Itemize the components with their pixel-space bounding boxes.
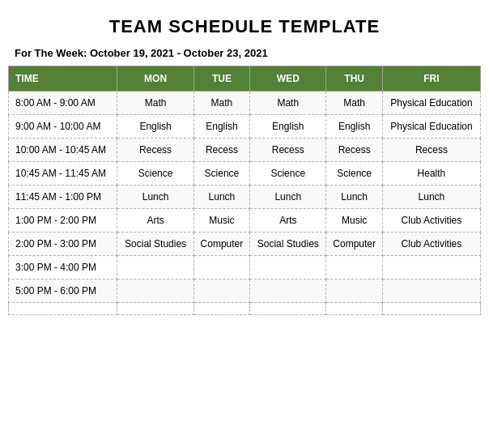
cell-wed-6: Social Studies <box>250 233 326 256</box>
table-row: 10:00 AM - 10:45 AMRecessRecessRecessRec… <box>9 139 481 162</box>
cell-wed-8 <box>250 279 326 303</box>
cell-thu-8 <box>326 279 383 303</box>
cell-thu-6: Computer <box>326 233 383 256</box>
cell-wed-3: Science <box>250 162 326 186</box>
table-row: 5:00 PM - 6:00 PM <box>9 279 481 303</box>
cell-time-5: 1:00 PM - 2:00 PM <box>9 209 117 233</box>
schedule-table: TIME MON TUE WED THU FRI 8:00 AM - 9:00 … <box>8 66 481 315</box>
cell-thu-1: English <box>326 115 383 139</box>
header-wed: WED <box>250 66 326 92</box>
cell-wed-2: Recess <box>250 139 326 162</box>
header-fri: FRI <box>382 66 480 92</box>
cell-tue-3: Science <box>193 162 250 186</box>
cell-time-4: 11:45 AM - 1:00 PM <box>9 186 117 209</box>
table-row <box>9 303 481 315</box>
cell-thu-7 <box>326 256 383 279</box>
cell-wed-0: Math <box>250 92 326 115</box>
cell-mon-1: English <box>117 115 193 139</box>
cell-tue-8 <box>193 279 250 303</box>
cell-fri-2: Recess <box>382 139 480 162</box>
cell-fri-9 <box>382 303 480 315</box>
header-mon: MON <box>117 66 193 92</box>
cell-tue-6: Computer <box>193 233 250 256</box>
cell-mon-7 <box>117 256 193 279</box>
header-tue: TUE <box>193 66 250 92</box>
table-row: 11:45 AM - 1:00 PMLunchLunchLunchLunchLu… <box>9 186 481 209</box>
cell-fri-0: Physical Education <box>382 92 480 115</box>
cell-fri-3: Health <box>382 162 480 186</box>
header-thu: THU <box>326 66 383 92</box>
cell-fri-1: Physical Education <box>382 115 480 139</box>
table-header-row: TIME MON TUE WED THU FRI <box>9 66 481 92</box>
cell-thu-3: Science <box>326 162 383 186</box>
cell-mon-4: Lunch <box>117 186 193 209</box>
cell-wed-9 <box>250 303 326 315</box>
cell-tue-9 <box>193 303 250 315</box>
cell-mon-6: Social Studies <box>117 233 193 256</box>
cell-tue-2: Recess <box>193 139 250 162</box>
cell-mon-5: Arts <box>117 209 193 233</box>
cell-time-8: 5:00 PM - 6:00 PM <box>9 279 117 303</box>
cell-wed-7 <box>250 256 326 279</box>
cell-wed-5: Arts <box>250 209 326 233</box>
page-title: TEAM SCHEDULE TEMPLATE <box>8 8 481 44</box>
cell-tue-7 <box>193 256 250 279</box>
cell-mon-9 <box>117 303 193 315</box>
cell-tue-1: English <box>193 115 250 139</box>
cell-time-9 <box>9 303 117 315</box>
table-row: 2:00 PM - 3:00 PMSocial StudiesComputerS… <box>9 233 481 256</box>
cell-mon-3: Science <box>117 162 193 186</box>
cell-mon-2: Recess <box>117 139 193 162</box>
cell-tue-0: Math <box>193 92 250 115</box>
cell-time-3: 10:45 AM - 11:45 AM <box>9 162 117 186</box>
cell-wed-1: English <box>250 115 326 139</box>
cell-time-0: 8:00 AM - 9:00 AM <box>9 92 117 115</box>
cell-mon-0: Math <box>117 92 193 115</box>
cell-thu-9 <box>326 303 383 315</box>
table-row: 3:00 PM - 4:00 PM <box>9 256 481 279</box>
cell-fri-4: Lunch <box>382 186 480 209</box>
cell-thu-5: Music <box>326 209 383 233</box>
table-row: 9:00 AM - 10:00 AMEnglishEnglishEnglishE… <box>9 115 481 139</box>
week-label: For The Week: October 19, 2021 - October… <box>8 44 481 66</box>
cell-mon-8 <box>117 279 193 303</box>
header-time: TIME <box>9 66 117 92</box>
table-row: 8:00 AM - 9:00 AMMathMathMathMathPhysica… <box>9 92 481 115</box>
cell-fri-5: Club Activities <box>382 209 480 233</box>
cell-thu-0: Math <box>326 92 383 115</box>
cell-tue-5: Music <box>193 209 250 233</box>
cell-wed-4: Lunch <box>250 186 326 209</box>
cell-time-6: 2:00 PM - 3:00 PM <box>9 233 117 256</box>
cell-fri-6: Club Activities <box>382 233 480 256</box>
cell-thu-4: Lunch <box>326 186 383 209</box>
cell-time-1: 9:00 AM - 10:00 AM <box>9 115 117 139</box>
cell-tue-4: Lunch <box>193 186 250 209</box>
cell-time-7: 3:00 PM - 4:00 PM <box>9 256 117 279</box>
cell-fri-7 <box>382 256 480 279</box>
cell-fri-8 <box>382 279 480 303</box>
table-row: 1:00 PM - 2:00 PMArtsMusicArtsMusicClub … <box>9 209 481 233</box>
table-row: 10:45 AM - 11:45 AMScienceScienceScience… <box>9 162 481 186</box>
cell-thu-2: Recess <box>326 139 383 162</box>
cell-time-2: 10:00 AM - 10:45 AM <box>9 139 117 162</box>
